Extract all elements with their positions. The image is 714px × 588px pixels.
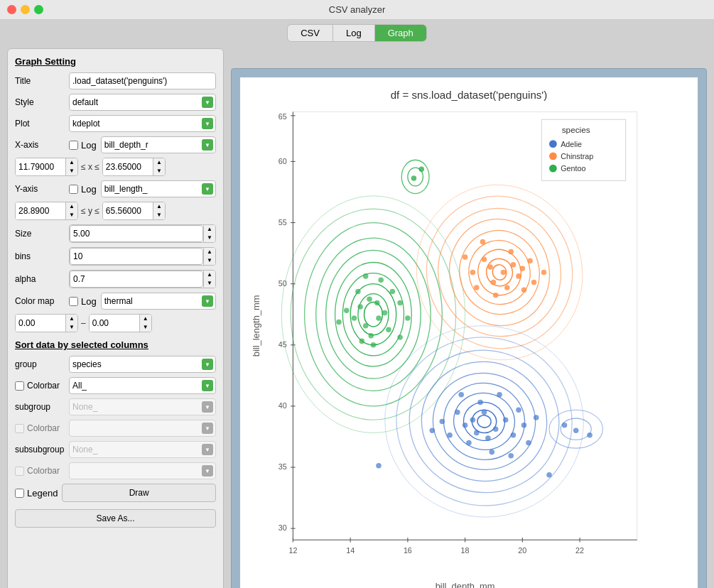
bins-input[interactable] [70,248,203,265]
legend-checkbox[interactable] [15,489,24,498]
svg-text:40: 40 [278,401,287,410]
ymax-spinner: ▲ ▼ [102,202,166,220]
plot-select[interactable]: kdeplot [69,115,216,132]
svg-text:22: 22 [575,546,584,555]
svg-point-134 [549,152,557,160]
cmap-max-down-btn[interactable]: ▼ [140,323,151,332]
size-down-btn[interactable]: ▼ [204,234,215,242]
cmap-max-input[interactable] [90,315,139,332]
svg-point-68 [363,323,369,329]
ymax-up-btn[interactable]: ▲ [153,202,165,211]
colorbar3-dropdown-wrapper [69,462,216,479]
xmax-input[interactable] [103,158,153,175]
tab-csv[interactable]: CSV [288,25,333,41]
colorbar1-check-row: Colorbar [15,381,65,391]
xmin-input[interactable] [16,158,65,175]
size-label: Size [15,229,65,239]
colorbar2-checkbox[interactable] [15,424,24,433]
svg-point-73 [390,289,396,295]
subgroup-dropdown-wrapper: None_ [69,398,216,415]
tab-graph[interactable]: Graph [375,25,426,41]
colormap-select[interactable]: thermal [101,293,216,310]
svg-text:16: 16 [404,546,412,555]
yaxis-log-checkbox[interactable] [69,185,78,194]
alpha-label: alpha [15,274,65,284]
alpha-down-btn[interactable]: ▼ [204,279,215,288]
svg-point-87 [487,264,493,270]
ymax-input[interactable] [103,202,153,219]
xaxis-log-row: Log [69,140,97,151]
svg-point-106 [482,410,487,415]
svg-point-88 [501,270,507,276]
cmap-min-down-btn[interactable]: ▼ [66,323,77,332]
colorbar1-select[interactable]: All_ [69,377,216,394]
colorbar3-checkbox[interactable] [15,467,24,476]
title-row: Title [15,72,216,89]
ymax-down-btn[interactable]: ▼ [153,211,165,219]
svg-point-77 [397,300,403,306]
ymin-down-btn[interactable]: ▼ [66,211,77,219]
svg-point-101 [474,285,480,290]
right-panel: df = sns.load_dataset('penguins') bill_l… [231,68,707,588]
subsubgroup-select[interactable]: None_ [69,441,216,458]
cmap-min-input[interactable] [16,315,65,332]
bins-up-btn[interactable]: ▲ [204,248,215,256]
svg-point-120 [458,392,464,398]
style-select[interactable]: default [69,94,216,111]
xmin-up-btn[interactable]: ▲ [66,158,77,167]
cmap-max-up-btn[interactable]: ▲ [140,315,151,323]
xmax-down-btn[interactable]: ▼ [153,167,165,175]
colormap-log-checkbox[interactable] [69,297,78,306]
colormap-label: Color map [15,296,65,306]
alpha-input[interactable] [70,271,203,288]
group-row: group species [15,356,216,373]
group-select[interactable]: species [69,356,216,373]
save-as-button[interactable]: Save As... [15,509,216,528]
svg-point-112 [455,410,460,415]
xaxis-select[interactable]: bill_depth_r [101,136,216,153]
title-bar: CSV analyzer [0,0,714,20]
svg-point-100 [531,280,537,285]
bins-down-btn[interactable]: ▼ [204,256,215,265]
yaxis-select[interactable]: bill_length_ [101,180,216,197]
svg-text:55: 55 [278,218,287,227]
bins-row: bins ▲ ▼ [15,247,216,266]
minimize-button[interactable] [21,5,30,14]
svg-point-118 [447,432,453,438]
plot-label: Plot [15,119,65,129]
svg-point-89 [491,280,497,285]
close-button[interactable] [7,5,16,14]
x-axis-label: bill_depth_mm [436,581,495,588]
svg-point-127 [430,428,436,434]
subgroup-select[interactable]: None_ [69,398,216,415]
title-label: Title [15,76,65,86]
alpha-up-btn[interactable]: ▲ [204,271,215,279]
colorbar2-select[interactable] [69,420,216,437]
svg-point-123 [440,419,445,425]
ymin-input[interactable] [16,202,65,219]
cmap-min-up-btn[interactable]: ▲ [66,315,77,323]
graph-container: df = sns.load_dataset('penguins') bill_l… [240,77,698,588]
svg-point-105 [470,417,476,423]
tab-log[interactable]: Log [333,25,375,41]
colorbar3-select[interactable] [69,462,216,479]
colorbar1-checkbox[interactable] [15,381,24,391]
xmax-up-btn[interactable]: ▲ [153,158,165,167]
xaxis-label: X-axis [15,140,65,150]
maximize-button[interactable] [34,5,43,14]
xmin-down-btn[interactable]: ▼ [66,167,77,175]
svg-point-81 [359,339,365,344]
group-label: group [15,359,65,369]
ymin-spinner: ▲ ▼ [15,202,78,220]
size-up-btn[interactable]: ▲ [204,225,215,234]
yaxis-dropdown-wrapper: bill_length_ [101,180,216,197]
xaxis-log-checkbox[interactable] [69,141,78,150]
size-input[interactable] [70,225,203,242]
ymin-up-btn[interactable]: ▲ [66,202,77,211]
svg-point-92 [516,273,521,279]
svg-point-110 [463,423,468,428]
chart-svg: df = sns.load_dataset('penguins') bill_l… [240,77,698,588]
title-input[interactable] [69,72,216,89]
svg-point-107 [493,426,499,432]
draw-button[interactable]: Draw [62,484,216,502]
